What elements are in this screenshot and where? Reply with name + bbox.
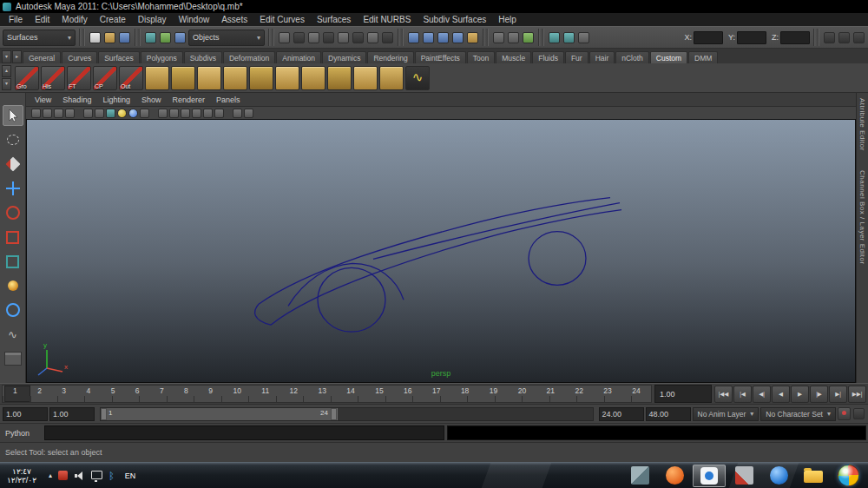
- make-live-icon[interactable]: [467, 32, 478, 43]
- step-forward-key-button[interactable]: |▶: [810, 386, 828, 403]
- shelf-tool-button-2[interactable]: [171, 66, 195, 90]
- menu-surfaces[interactable]: Surfaces: [312, 15, 356, 24]
- shelf-tab-surfaces[interactable]: Surfaces: [98, 51, 140, 63]
- shelf-tool-button-6[interactable]: [275, 66, 299, 90]
- menu-modify[interactable]: Modify: [56, 15, 92, 24]
- play-forwards-button[interactable]: ▶: [791, 386, 809, 403]
- mask-deformations-icon[interactable]: [338, 32, 349, 43]
- select-object-icon[interactable]: [160, 32, 171, 43]
- playback-start-field[interactable]: 1.00: [49, 407, 95, 421]
- play-backwards-button[interactable]: ◀: [772, 386, 790, 403]
- status-line-divider[interactable]: [79, 29, 85, 46]
- isolate-select-icon[interactable]: [158, 109, 168, 118]
- attribute-editor-tab[interactable]: Attribute Editor: [858, 98, 866, 151]
- command-language-toggle[interactable]: Python: [2, 429, 42, 438]
- shelf-up-button[interactable]: ▴: [2, 65, 11, 77]
- time-slider-track[interactable]: 1 2 3 4 5 6 7 8 9 10 11 12 13 14 15 16 1…: [2, 385, 652, 403]
- shelf-tool-button-9[interactable]: [353, 66, 378, 90]
- show-attribute-editor-button[interactable]: [824, 32, 835, 43]
- textured-display-icon[interactable]: [106, 109, 115, 118]
- shelf-tab-rendering[interactable]: Rendering: [367, 51, 413, 63]
- nurbs-curve-body-top[interactable]: [259, 198, 610, 305]
- taskbar-app-button-5[interactable]: [762, 465, 795, 487]
- nurbs-curve-body-mid[interactable]: [373, 203, 620, 260]
- x-coordinate-input[interactable]: [694, 31, 723, 44]
- shelf-script-button-cp[interactable]: CP: [93, 66, 117, 90]
- new-scene-icon[interactable]: [89, 32, 101, 43]
- safe-action-icon[interactable]: [203, 109, 213, 118]
- output-connections-icon[interactable]: [508, 32, 519, 43]
- hidden-icons-button[interactable]: ▴: [49, 472, 52, 479]
- shelf-tab-polygons[interactable]: Polygons: [141, 51, 183, 63]
- shelf-tool-button-1[interactable]: [145, 66, 169, 90]
- mask-joints-icon[interactable]: [293, 32, 305, 43]
- step-back-key-button[interactable]: ◀|: [753, 386, 771, 403]
- shelf-script-button-ft[interactable]: FT: [67, 66, 91, 90]
- wireframe-display-icon[interactable]: [83, 109, 93, 118]
- construction-history-icon[interactable]: [523, 32, 534, 43]
- save-scene-icon[interactable]: [119, 32, 130, 43]
- shelf-tool-button-5[interactable]: [249, 66, 273, 90]
- status-line-divider[interactable]: [813, 29, 819, 46]
- use-all-lights-icon[interactable]: [117, 109, 127, 118]
- shelf-tab-fur[interactable]: Fur: [565, 51, 589, 63]
- render-current-frame-icon[interactable]: [549, 32, 560, 43]
- shelf-tab-ncloth[interactable]: nCloth: [615, 51, 649, 63]
- snap-to-points-icon[interactable]: [437, 32, 449, 43]
- soft-modification-tool-button[interactable]: [3, 275, 23, 296]
- shelf-tool-button-3[interactable]: [197, 66, 221, 90]
- select-camera-icon[interactable]: [31, 109, 41, 118]
- animation-preferences-button[interactable]: [853, 408, 865, 419]
- render-settings-icon[interactable]: [578, 32, 589, 43]
- panel-menu-renderer[interactable]: Renderer: [172, 96, 205, 104]
- xray-display-icon[interactable]: [233, 109, 242, 118]
- range-slider-track[interactable]: 1 24: [100, 407, 594, 421]
- snap-to-view-planes-icon[interactable]: [452, 32, 464, 43]
- menu-display[interactable]: Display: [133, 15, 172, 24]
- shelf-tool-button-4[interactable]: [223, 66, 247, 90]
- nurbs-circle-rear-wheel[interactable]: [529, 232, 586, 286]
- language-indicator[interactable]: EN: [121, 469, 141, 483]
- range-end-handle[interactable]: [331, 408, 337, 420]
- animation-start-field[interactable]: 1.00: [3, 407, 48, 421]
- range-start-handle[interactable]: [101, 408, 107, 420]
- panel-menu-show[interactable]: Show: [141, 96, 161, 104]
- selection-mask-combo[interactable]: Objects ▾: [188, 30, 265, 46]
- image-plane-icon[interactable]: [65, 109, 75, 118]
- shelf-script-button-gro[interactable]: Gro: [15, 66, 39, 90]
- menu-window[interactable]: Window: [174, 15, 215, 24]
- nurbs-circle-front-wheel[interactable]: [318, 267, 385, 332]
- mask-curves-icon[interactable]: [308, 32, 319, 43]
- shelf-tab-dynamics[interactable]: Dynamics: [322, 51, 366, 63]
- menu-file[interactable]: File: [3, 15, 28, 24]
- menu-edit-curves[interactable]: Edit Curves: [254, 15, 310, 24]
- shelf-tool-button-7[interactable]: [301, 66, 326, 90]
- shelf-tab-muscle[interactable]: Muscle: [496, 51, 531, 63]
- y-coordinate-input[interactable]: [737, 31, 766, 44]
- show-manipulator-tool-button[interactable]: [3, 300, 23, 320]
- scale-tool-button[interactable]: [3, 227, 23, 247]
- shadows-icon[interactable]: [140, 109, 149, 118]
- menu-subdiv-surfaces[interactable]: Subdiv Surfaces: [418, 15, 491, 24]
- step-back-frame-button[interactable]: |◀: [733, 386, 752, 403]
- step-forward-frame-button[interactable]: ▶|: [829, 386, 847, 403]
- perspective-viewport[interactable]: y x persp: [26, 119, 856, 383]
- taskbar-app-button-4[interactable]: [727, 465, 760, 487]
- shelf-tab-toon[interactable]: Toon: [467, 51, 495, 63]
- tray-app-icon[interactable]: [58, 471, 68, 480]
- bluetooth-icon[interactable]: ᛒ: [108, 471, 115, 481]
- rotate-tool-button[interactable]: [3, 202, 23, 223]
- channel-box-layer-editor-tab[interactable]: Channel Box / Layer Editor: [858, 170, 866, 265]
- animation-end-field[interactable]: 48.00: [646, 407, 691, 421]
- auto-keyframe-toggle[interactable]: [838, 407, 851, 420]
- shelf-down-button[interactable]: ▾: [2, 78, 11, 90]
- snap-to-curves-icon[interactable]: [423, 32, 434, 43]
- go-to-end-button[interactable]: ▶▶|: [848, 386, 866, 403]
- mask-surfaces-icon[interactable]: [323, 32, 334, 43]
- shelf-tab-menu-button[interactable]: ▾: [2, 50, 11, 63]
- menu-edit-nurbs[interactable]: Edit NURBS: [358, 15, 416, 24]
- move-tool-button[interactable]: [3, 178, 23, 199]
- go-to-start-button[interactable]: |◀◀: [714, 386, 733, 403]
- mask-miscellaneous-icon[interactable]: [382, 32, 393, 43]
- taskbar-app-button-1[interactable]: [623, 465, 656, 487]
